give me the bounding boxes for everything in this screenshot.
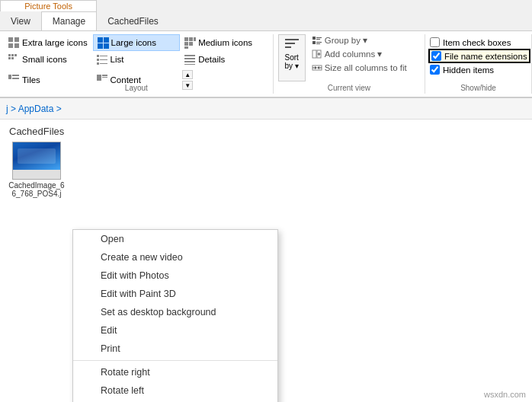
address-path[interactable]: j > AppData > [6,104,62,114]
content-header: CachedFiles [6,126,526,137]
medium-icon [184,37,196,49]
layout-group-label: Layout [0,84,273,92]
cv-col: Group by ▾ Add columns ▾ Size all column… [309,34,410,81]
details-icon [184,53,196,65]
scroll-up[interactable]: ▲ [182,70,193,79]
svg-rect-20 [100,56,107,56]
svg-rect-30 [12,75,19,76]
sort-icon [284,37,300,53]
svg-rect-6 [98,43,103,49]
svg-rect-0 [8,37,13,42]
add-columns-icon [312,49,322,59]
showhide-checkboxes: Item check boxes File name extensions Hi… [430,34,529,81]
svg-rect-15 [11,54,14,56]
menu-item-edit[interactable]: Edit [73,321,277,340]
svg-marker-50 [315,66,317,69]
layout-btn-details[interactable]: Details [181,52,268,67]
svg-rect-31 [12,78,19,79]
add-columns-button[interactable]: Add columns ▾ [309,48,410,60]
sort-by-label: Sortby ▾ [285,53,299,70]
svg-rect-7 [104,43,109,49]
layout-buttons: Extra large icons Large icons Medium ico… [5,34,268,104]
size-columns-icon [312,62,322,73]
hidden-items-checkbox[interactable] [430,65,440,75]
svg-rect-22 [100,59,107,60]
layout-btn-large[interactable]: Large icons [93,34,181,51]
svg-rect-39 [316,37,322,38]
context-menu: Open Create a new video Edit with Photos… [72,229,278,402]
group-by-button[interactable]: Group by ▾ [309,34,410,46]
svg-rect-11 [184,42,188,46]
group-by-icon [312,35,322,46]
svg-rect-12 [189,42,193,46]
sort-by-button[interactable]: Sortby ▾ [278,34,306,81]
svg-rect-43 [316,43,320,44]
layout-btn-medium[interactable]: Medium icons [181,35,268,50]
file-name-extensions-checkbox[interactable] [431,51,441,61]
svg-rect-19 [97,55,99,57]
small-icon [8,53,20,65]
svg-rect-4 [98,37,103,43]
svg-rect-36 [285,43,295,44]
cachedfiles-title-tab: CachedFiles [97,12,169,30]
menu-divider-1 [73,360,277,361]
svg-rect-32 [97,75,101,81]
current-view-label: Current view [274,84,425,92]
menu-item-set-desktop[interactable]: Set as desktop background [73,303,277,321]
svg-rect-44 [312,50,316,58]
svg-rect-14 [8,54,11,56]
svg-marker-52 [317,66,319,69]
current-view-group: Sortby ▾ Group by ▾ Add columns ▾ [274,34,425,94]
file-thumbnail [12,142,61,180]
file-item[interactable]: CachedImage_66_768_POS4.j [6,142,67,198]
menu-item-rotate-right[interactable]: Rotate right [73,363,277,381]
file-name: CachedImage_66_768_POS4.j [8,181,66,198]
svg-rect-26 [184,58,195,59]
svg-rect-13 [184,46,188,49]
svg-rect-38 [312,37,316,40]
tab-view[interactable]: View [0,11,41,30]
extra-large-icon [8,37,20,49]
svg-rect-27 [184,61,195,62]
svg-rect-9 [189,37,193,41]
svg-rect-8 [184,37,188,41]
menu-item-create-new-video[interactable]: Create a new video [73,248,277,266]
tab-manage[interactable]: Manage [41,11,97,30]
svg-rect-21 [97,59,99,61]
menu-item-print[interactable]: Print [73,340,277,358]
menu-item-edit-paint3d[interactable]: Edit with Paint 3D [73,285,277,303]
hidden-items-option[interactable]: Hidden items [430,65,529,75]
layout-btn-list[interactable]: List [93,52,181,67]
svg-rect-42 [316,42,322,43]
layout-btn-small[interactable]: Small icons [5,52,92,67]
show-hide-group: Item check boxes File name extensions Hi… [425,34,532,94]
svg-rect-41 [312,41,316,44]
svg-rect-28 [184,64,195,65]
main-area: CachedFiles CachedImage_66_768_POS4.j Op… [0,120,532,394]
svg-rect-18 [11,57,14,59]
picture-tools-container: Picture Tools View Manage [0,0,97,30]
ribbon-header: Picture Tools View Manage CachedFiles [0,0,532,31]
ribbon: Extra large icons Large icons Medium ico… [0,31,532,98]
large-icon [97,37,109,49]
menu-item-edit-photos[interactable]: Edit with Photos [73,266,277,285]
svg-rect-23 [97,62,99,65]
svg-rect-16 [14,54,17,56]
svg-rect-37 [285,46,291,48]
menu-item-open[interactable]: Open [73,230,277,248]
svg-rect-40 [316,39,320,40]
item-checkboxes-option[interactable]: Item check boxes [430,37,529,47]
file-name-extensions-option[interactable]: File name extensions [430,50,529,62]
layout-group: Extra large icons Large icons Medium ico… [0,34,274,94]
file-area: CachedFiles CachedImage_66_768_POS4.j Op… [0,120,532,394]
layout-btn-extra-large[interactable]: Extra large icons [5,35,92,50]
show-hide-group-label: Show/hide [425,84,531,92]
svg-rect-5 [104,37,109,43]
size-all-columns-button[interactable]: Size all columns to fit [309,62,410,74]
svg-rect-35 [285,39,299,40]
item-checkboxes-checkbox[interactable] [430,37,440,47]
tab-row: View Manage [0,11,97,30]
svg-rect-10 [194,37,196,41]
menu-item-rotate-left[interactable]: Rotate left [73,381,277,400]
svg-rect-2 [8,43,13,48]
